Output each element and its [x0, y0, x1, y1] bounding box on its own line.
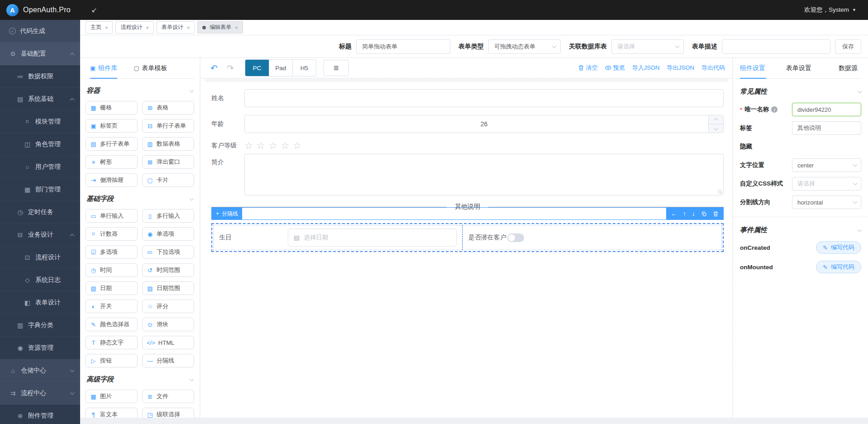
section-containers[interactable]: 容器	[86, 86, 193, 95]
tab-form-templates[interactable]: ▢ 表单模板	[134, 58, 167, 78]
widget-data-table[interactable]: ▥数据表格	[142, 137, 194, 151]
widget-text-input[interactable]: ▭单行输入	[86, 209, 138, 223]
redo-button[interactable]: ↷	[227, 63, 234, 73]
page-tab-flow-design[interactable]: 流程设计 ×	[115, 21, 153, 33]
tab-component-settings[interactable]: 组件设置	[740, 58, 779, 78]
divider-drag-handle[interactable]: + 分隔线	[212, 208, 242, 219]
sidebar-item-role-mgmt[interactable]: ◫ 角色管理	[0, 133, 80, 156]
potential-toggle[interactable]	[507, 233, 524, 242]
divider-selection-box[interactable]: + 分隔线 ← ↑ ↓	[211, 207, 724, 220]
sidebar-item-module-mgmt[interactable]: ⌗ 模块管理	[0, 110, 80, 133]
save-button[interactable]: 保存	[835, 39, 861, 54]
widget-time-range[interactable]: ↺时间范围	[142, 263, 194, 277]
text-position-select[interactable]: center	[792, 158, 861, 172]
grid-column-birthday[interactable]: 生日 ▤ 选择日期	[213, 225, 463, 250]
db-table-select[interactable]: 请选择	[611, 39, 684, 54]
sidebar-item-dept-mgmt[interactable]: ▦ 部门管理	[0, 178, 80, 201]
widget-counter[interactable]: ⌗计数器	[86, 227, 138, 241]
widget-select[interactable]: ≔下拉选项	[142, 245, 194, 259]
widget-image[interactable]: ▩图片	[86, 390, 138, 403]
increase-button[interactable]	[709, 115, 723, 124]
sidebar-item-scheduled-tasks[interactable]: ◷ 定时任务	[0, 201, 80, 224]
widget-date-range[interactable]: ▨日期范围	[142, 281, 194, 295]
move-down-icon[interactable]: ↓	[692, 210, 695, 217]
sidebar-item-code-gen[interactable]: ✓ 代码生成	[0, 20, 80, 43]
delete-icon[interactable]	[713, 211, 719, 217]
sidebar-item-flow-design[interactable]: ⊡ 流程设计	[0, 246, 80, 269]
star-icon[interactable]: ☆	[244, 141, 253, 150]
move-left-icon[interactable]: ←	[671, 210, 677, 217]
close-icon[interactable]: ×	[187, 25, 190, 30]
form-title-input[interactable]	[356, 39, 450, 54]
sidebar-item-basic-config[interactable]: ⚙ 基础配置	[0, 43, 80, 65]
oncreated-edit-code-button[interactable]: ✎ 编写代码	[816, 241, 861, 254]
star-rating[interactable]: ☆ ☆ ☆ ☆ ☆	[244, 141, 301, 150]
sidebar-item-warehouse-center[interactable]: ⌂ 仓储中心	[0, 359, 80, 382]
star-icon[interactable]: ☆	[269, 141, 277, 150]
grid-row-selected[interactable]: 生日 ▤ 选择日期 是否潜在客户	[211, 223, 724, 252]
widget-grid[interactable]: ▦栅格	[86, 101, 138, 114]
widget-rate[interactable]: ☆评分	[142, 300, 194, 313]
tab-data-source[interactable]: 数据源	[818, 58, 861, 78]
birthday-date-picker[interactable]: ▤ 选择日期	[288, 229, 457, 247]
preview-button[interactable]: 预览	[605, 64, 625, 72]
section-common-props[interactable]: 常见属性	[740, 87, 861, 96]
widget-cascader[interactable]: ◳级联选择	[142, 408, 194, 418]
widget-slider[interactable]: ⊙滑块	[142, 318, 194, 331]
widget-file[interactable]: ≣文件	[142, 390, 194, 403]
device-pc-button[interactable]: PC	[245, 60, 269, 76]
sidebar-item-system-logs[interactable]: ◇ 系统日志	[0, 269, 80, 291]
sidebar-item-form-design[interactable]: ◧ 表单设计	[0, 291, 80, 314]
import-json-button[interactable]: 导入JSON	[632, 64, 660, 72]
sidebar-item-data-permission[interactable]: ≔ 数据权限	[0, 65, 80, 88]
widget-tabs[interactable]: ▣标签页	[86, 119, 138, 133]
close-icon[interactable]: ×	[146, 25, 148, 30]
name-field-input[interactable]	[244, 89, 724, 107]
undo-button[interactable]: ↶	[210, 63, 218, 73]
outline-tree-button[interactable]: ≣	[324, 60, 349, 76]
widget-multi-row-subform[interactable]: ▤多行子表单	[86, 137, 138, 151]
sidebar-item-business-design[interactable]: ⊟ 业务设计	[0, 224, 80, 246]
sidebar-item-user-mgmt[interactable]: ○ 用户管理	[0, 156, 80, 178]
device-h5-button[interactable]: H5	[292, 60, 316, 76]
widget-time[interactable]: ◷时间	[86, 263, 138, 277]
tag-input[interactable]	[792, 121, 861, 135]
sidebar-item-attachment-mgmt[interactable]: ⊕ 附件管理	[0, 405, 80, 424]
close-icon[interactable]: ×	[105, 25, 108, 30]
star-icon[interactable]: ☆	[281, 141, 289, 150]
user-menu[interactable]: 欢迎您，System ▼	[804, 6, 856, 14]
widget-card[interactable]: ▢卡片	[142, 173, 194, 187]
sidebar-item-system-base[interactable]: ▤ 系统基础	[0, 88, 80, 110]
tab-form-settings[interactable]: 表单设置	[779, 58, 819, 78]
sidebar-item-resource-mgmt[interactable]: ◉ 资源管理	[0, 337, 80, 359]
clear-button[interactable]: 清空	[578, 64, 598, 72]
device-pad-button[interactable]: Pad	[269, 60, 292, 76]
widget-static-text[interactable]: T静态文字	[86, 336, 138, 349]
divider-component-selected[interactable]: 其他说明 + 分隔线 ← ↑	[211, 207, 724, 220]
widget-checkbox[interactable]: ☑多选项	[86, 245, 138, 259]
widget-textarea[interactable]: ▯多行输入	[142, 209, 194, 223]
widget-drawer[interactable]: ⇥侧滑抽屉	[86, 173, 138, 187]
intro-textarea[interactable]	[244, 154, 724, 195]
widget-button[interactable]: ▷按钮	[86, 354, 138, 367]
page-tab-form-design[interactable]: 表单设计 ×	[157, 21, 195, 33]
sidebar-item-dict-category[interactable]: ▥ 字典分类	[0, 314, 80, 337]
divider-direction-select[interactable]: horizontal	[792, 195, 861, 209]
widget-date[interactable]: ▧日期	[86, 281, 138, 295]
tab-component-library[interactable]: ▣ 组件库	[90, 58, 117, 78]
widget-popup[interactable]: ⊠弹出窗口	[142, 155, 194, 169]
decrease-button[interactable]	[709, 124, 723, 133]
collapse-sidebar-icon[interactable]: ↙	[91, 6, 97, 14]
form-desc-input[interactable]	[722, 39, 830, 54]
widget-html[interactable]: </>HTML	[142, 336, 194, 349]
custom-css-select[interactable]: 请选择	[792, 177, 861, 191]
widget-color-picker[interactable]: ✎颜色选择器	[86, 318, 138, 331]
page-tab-home[interactable]: 主页 ×	[86, 21, 113, 33]
grid-column-potential[interactable]: 是否潜在客户	[463, 225, 722, 250]
widget-rich-text[interactable]: ¶富文本	[86, 408, 138, 418]
star-icon[interactable]: ☆	[257, 141, 265, 150]
export-json-button[interactable]: 导出JSON	[667, 64, 694, 72]
widget-divider[interactable]: —分隔线	[142, 354, 194, 367]
widget-tree[interactable]: ≡树形	[86, 155, 138, 169]
star-icon[interactable]: ☆	[293, 141, 301, 150]
